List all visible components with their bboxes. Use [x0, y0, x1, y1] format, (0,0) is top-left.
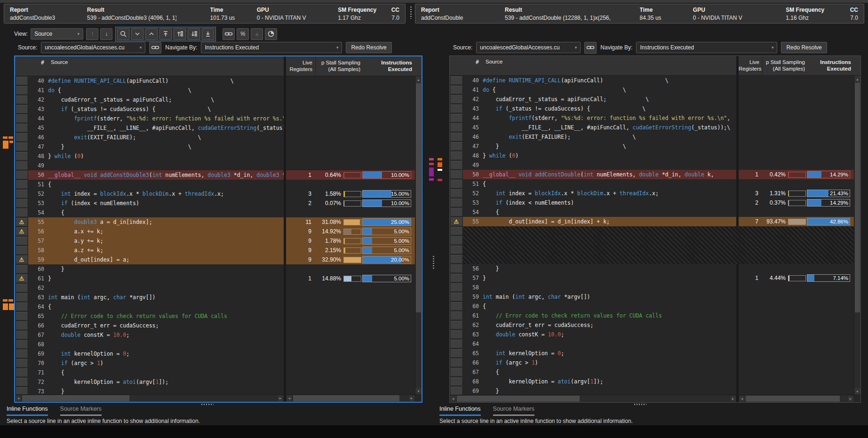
- column-header-stall-sampling[interactable]: p Stall Sampling(All Samples): [315, 56, 362, 76]
- source-line-row[interactable]: 56 }: [450, 264, 854, 273]
- source-line-row[interactable]: 62: [15, 283, 415, 293]
- column-header-source[interactable]: Source: [483, 56, 736, 75]
- source-line-row[interactable]: ⚠55 double3 a = d_in[index];1131.08%25.0…: [15, 217, 415, 227]
- metrics-hscrollbar-track[interactable]: [745, 395, 847, 402]
- source-line-row[interactable]: 58 a.z += k;92.15%5.00%: [15, 246, 415, 255]
- source-line-row[interactable]: 42 cudaError_t _status = apiFuncCall; \: [15, 95, 415, 104]
- source-line-row[interactable]: 63int main (int argc, char *argv[]): [15, 293, 415, 302]
- source-line-row[interactable]: 66 if (argc > 1): [450, 358, 854, 367]
- metrics-hscrollbar-track[interactable]: [293, 395, 408, 402]
- source-line-row[interactable]: 46 exit(EXIT_FAILURE); \: [450, 132, 854, 142]
- source-line-row[interactable]: 68 kernelOption = atoi(argv[1]);: [450, 377, 854, 386]
- source-line-row[interactable]: 41do { \: [15, 86, 415, 95]
- source-line-row[interactable]: 52 int index = blockIdx.x * blockDim.x +…: [15, 189, 415, 199]
- find-next-button[interactable]: [131, 28, 143, 40]
- percentage-toggle-button[interactable]: %: [237, 28, 249, 40]
- code-hscrollbar-track[interactable]: [22, 395, 277, 402]
- vscrollbar-thumb[interactable]: [416, 83, 421, 312]
- source-line-row[interactable]: 45 __FILE__, __LINE__, #apiFuncCall, cud…: [15, 123, 415, 133]
- column-header-stall-sampling[interactable]: p Stall Sampling(All Samples): [762, 56, 807, 75]
- source-line-row[interactable]: 48} while (0): [450, 151, 854, 160]
- source-line-row[interactable]: 67 {: [450, 367, 854, 377]
- column-header-line-number[interactable]: #: [463, 56, 483, 75]
- source-line-row[interactable]: 72 kernelOption = atoi(argv[1]);: [15, 377, 415, 387]
- scroll-left-arrow[interactable]: ◄: [286, 395, 293, 402]
- source-line-row[interactable]: 57 a.y += k;91.78%5.00%: [15, 236, 415, 246]
- code-hscrollbar-track[interactable]: [456, 395, 730, 402]
- scroll-left-arrow[interactable]: ◄: [739, 395, 745, 402]
- redo-resolve-button[interactable]: Redo Resolve: [346, 42, 391, 53]
- source-line-row[interactable]: 57}14.44%7.14%: [450, 273, 854, 283]
- heatmap-strip-left[interactable]: [2, 56, 14, 403]
- go-to-first-button[interactable]: [159, 28, 172, 40]
- source-line-row[interactable]: 64{: [15, 302, 415, 311]
- source-line-row[interactable]: ⚠59 d_out[index] = a;932.90%20.00%: [15, 255, 415, 264]
- source-line-row[interactable]: 68: [15, 340, 415, 349]
- source-line-row[interactable]: 41do { \: [450, 85, 854, 95]
- scroll-up-arrow[interactable]: ▲: [854, 76, 860, 82]
- vertical-scrollbar[interactable]: ▲ ▼: [415, 76, 422, 394]
- source-line-row[interactable]: 69 int kernelOption = 0;: [15, 349, 415, 358]
- source-line-row[interactable]: 50__global__ void addConstDouble(int num…: [450, 170, 854, 179]
- column-header-instructions-executed[interactable]: InstructionsExecuted: [362, 56, 415, 76]
- source-line-row[interactable]: 53 if (index < numElements)20.07%10.00%: [15, 199, 415, 208]
- source-line-row[interactable]: 63 double constK = 10.0;: [450, 330, 854, 339]
- source-line-row[interactable]: 47 } \: [15, 142, 415, 151]
- go-to-last-button[interactable]: [202, 28, 214, 40]
- heatmap-strip-right[interactable]: [425, 56, 447, 403]
- source-line-row[interactable]: 67 double constK = 10.0;: [15, 330, 415, 340]
- source-line-row[interactable]: 46 exit(EXIT_FAILURE); \: [15, 133, 415, 142]
- source-line-row[interactable]: 58: [450, 283, 854, 292]
- link-navigation-button[interactable]: [584, 42, 597, 54]
- source-file-select[interactable]: uncoalescedGlobalAccesses.cu▾: [41, 42, 145, 53]
- column-header-instructions-executed[interactable]: InstructionsExecuted: [807, 56, 854, 75]
- source-line-row[interactable]: 62 cudaError_t err = cudaSuccess;: [450, 320, 854, 330]
- scroll-down-arrow[interactable]: ▼: [854, 388, 860, 395]
- source-line-row[interactable]: 53 if (index < numElements)20.37%14.29%: [450, 198, 854, 207]
- vscrollbar-thumb[interactable]: [855, 83, 860, 312]
- scroll-right-arrow[interactable]: ►: [730, 395, 736, 402]
- scroll-right-arrow[interactable]: ►: [277, 395, 284, 402]
- find-previous-button[interactable]: [145, 28, 158, 40]
- source-line-row[interactable]: 45 __FILE__, __LINE__, #apiFuncCall, cud…: [450, 123, 854, 132]
- tab-inline-functions[interactable]: Inline Functions: [7, 406, 48, 416]
- source-line-row[interactable]: 66 cudaError_t err = cudaSuccess;: [15, 321, 415, 330]
- source-line-row[interactable]: 65 // Error code to check return values …: [15, 311, 415, 321]
- code-hscrollbar-thumb[interactable]: [22, 395, 129, 401]
- source-line-row[interactable]: 52 int index = blockIdx.x * blockDim.x +…: [450, 189, 854, 198]
- report-splitter-handle[interactable]: [410, 7, 412, 19]
- tab-inline-functions[interactable]: Inline Functions: [439, 406, 481, 416]
- redo-resolve-button[interactable]: Redo Resolve: [781, 42, 827, 53]
- source-line-row[interactable]: 60 }: [15, 264, 415, 274]
- source-line-row[interactable]: 43 if (_status != cudaSuccess) { \: [450, 104, 854, 113]
- source-line-row[interactable]: ⚠56 a.x += k;914.92%5.00%: [15, 227, 415, 236]
- source-line-row[interactable]: 71 {: [15, 368, 415, 377]
- column-header-line-number[interactable]: #: [28, 56, 48, 76]
- source-line-row[interactable]: ⚠61}114.88%5.00%: [15, 274, 415, 283]
- navigate-by-select[interactable]: Instructions Executed▾: [636, 42, 777, 53]
- source-line-row[interactable]: 40#define RUNTIME_API_CALL(apiFuncCall) …: [450, 76, 854, 85]
- source-line-row[interactable]: 44 fprintf(stderr, "%s:%d: error: functi…: [450, 113, 854, 123]
- source-line-row[interactable]: 60{: [450, 302, 854, 311]
- add-baseline-button[interactable]: +: [251, 28, 263, 40]
- scroll-down-arrow[interactable]: ▼: [415, 388, 422, 394]
- metrics-hscrollbar-thumb[interactable]: [293, 395, 399, 401]
- source-line-row[interactable]: 54 {: [15, 208, 415, 217]
- source-line-row[interactable]: 44 fprintf(stderr, "%s:%d: error: functi…: [15, 114, 415, 123]
- bottom-splitter-handle-right[interactable]: [634, 404, 646, 405]
- link-navigation-button[interactable]: [149, 42, 161, 54]
- navigate-up-button[interactable]: ↑: [86, 28, 98, 40]
- next-instance-button[interactable]: [188, 28, 200, 40]
- panel-splitter-handle[interactable]: [433, 256, 434, 269]
- source-line-row[interactable]: 54 {: [450, 207, 854, 217]
- bottom-splitter-handle-left[interactable]: [201, 404, 214, 405]
- sync-panels-button[interactable]: [223, 28, 235, 40]
- scroll-left-arrow[interactable]: ◄: [15, 395, 22, 402]
- source-line-row[interactable]: 61 // Error code to check return values …: [450, 311, 854, 320]
- scroll-right-arrow[interactable]: ►: [408, 395, 415, 402]
- scroll-left-arrow[interactable]: ◄: [450, 395, 456, 402]
- source-line-row[interactable]: 48} while (0): [15, 151, 415, 161]
- source-line-row[interactable]: 59int main (int argc, char *argv[]): [450, 292, 854, 302]
- source-line-row[interactable]: 65 int kernelOption = 0;: [450, 349, 854, 358]
- source-line-row[interactable]: 49: [450, 160, 854, 170]
